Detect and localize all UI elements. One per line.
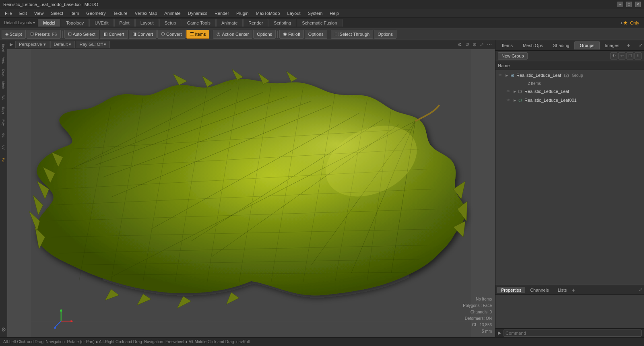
expand-icon[interactable]: ⤢: [479, 41, 485, 48]
default-dropdown[interactable]: Default ▾: [50, 41, 75, 48]
presets-icon: ⊞: [30, 31, 34, 37]
tab-images[interactable]: Images: [600, 42, 624, 49]
groups-box-icon[interactable]: ☐: [626, 52, 634, 60]
options1-button[interactable]: Options: [253, 30, 276, 39]
tab-render[interactable]: Render: [243, 19, 268, 27]
convert2-button[interactable]: ◨ Convert: [129, 30, 157, 39]
group-expand-arrow[interactable]: ▶: [504, 73, 509, 78]
tab-topology[interactable]: Topology: [61, 19, 89, 27]
convert1-button[interactable]: ◧ Convert: [100, 30, 128, 39]
menu-dynamics[interactable]: Dynamics: [185, 10, 211, 16]
add-tab-button[interactable]: +: [620, 21, 623, 25]
tab-groups[interactable]: Groups: [574, 41, 599, 49]
bp-tab-lists[interactable]: Lists: [554, 287, 571, 293]
tab-paint[interactable]: Paint: [114, 19, 135, 27]
tab-model[interactable]: Model: [38, 19, 60, 27]
tool-bevel[interactable]: Bevel: [0, 42, 7, 54]
tool-mesh[interactable]: Mesh: [0, 79, 7, 91]
menu-select[interactable]: Select: [47, 10, 66, 16]
tool-edge[interactable]: Edge: [0, 104, 7, 116]
tool-poly[interactable]: Poly: [0, 117, 7, 129]
action-center-button[interactable]: ◎ Action Center: [213, 30, 252, 39]
viewport-toggle[interactable]: ▶: [10, 42, 13, 47]
row-eye-icon[interactable]: 👁: [497, 72, 503, 78]
settings-icon[interactable]: ⚙: [457, 41, 463, 48]
sculpt-button[interactable]: ◈ Sculpt: [2, 30, 26, 39]
more-icon[interactable]: ⋯: [486, 41, 493, 48]
command-input[interactable]: [504, 330, 642, 337]
only-label[interactable]: Only: [630, 21, 639, 25]
tool-fur[interactable]: Fur: [0, 154, 7, 166]
menu-item[interactable]: Item: [67, 10, 82, 16]
menu-file[interactable]: File: [2, 10, 15, 16]
tab-schematic-fusion[interactable]: Schematic Fusion: [297, 19, 342, 27]
titlebar-controls[interactable]: – □ ✕: [617, 2, 641, 7]
tab-animate[interactable]: Animate: [216, 19, 243, 27]
menu-plugin[interactable]: Plugin: [233, 10, 252, 16]
menu-view[interactable]: View: [31, 10, 47, 16]
viewport[interactable]: ▶ Perspective ▾ Default ▾ Ray GL: Off ▾ …: [7, 40, 495, 337]
add-panel-tab[interactable]: +: [625, 42, 633, 49]
options3-button[interactable]: Options: [374, 30, 396, 39]
group-root-row[interactable]: 👁 ▶ ⊞ Realistic_Lettuce_Leaf (2) Group: [495, 71, 644, 80]
select-through-button[interactable]: ⬚ Select Through: [331, 30, 373, 39]
undo-icon[interactable]: ↺: [464, 41, 470, 48]
zoom-in-icon[interactable]: ⊕: [472, 41, 477, 48]
ray-gl-dropdown[interactable]: Ray GL: Off ▾: [76, 41, 110, 48]
menu-geometry[interactable]: Geometry: [83, 10, 109, 16]
tool-uv[interactable]: UV: [0, 142, 7, 154]
tab-game-tools[interactable]: Game Tools: [182, 19, 216, 27]
viewport-canvas[interactable]: No Items Polygons : Face Channels: 0 Def…: [7, 49, 495, 337]
options1-label: Options: [257, 32, 272, 37]
tab-layout[interactable]: Layout: [135, 19, 159, 27]
bp-add-tab[interactable]: +: [572, 287, 575, 293]
groups-back-icon[interactable]: ↩: [618, 52, 625, 60]
bp-tab-channels[interactable]: Channels: [526, 287, 553, 293]
child1-eye-icon[interactable]: 👁: [505, 89, 511, 94]
menu-animate[interactable]: Animate: [161, 10, 184, 16]
falloff-button[interactable]: ◉ Falloff: [279, 30, 304, 39]
panel-expand-icon[interactable]: ⤢: [639, 43, 642, 48]
tool-wt[interactable]: Wt.: [0, 92, 7, 104]
menu-render[interactable]: Render: [211, 10, 232, 16]
tool-disp[interactable]: Disp.: [0, 67, 7, 79]
close-button[interactable]: ✕: [635, 2, 641, 7]
name-column-header: Name: [498, 63, 510, 68]
tab-uvedit[interactable]: UVEdit: [89, 19, 114, 27]
groups-info-icon[interactable]: ℹ: [634, 52, 642, 60]
tab-shading[interactable]: Shading: [548, 42, 574, 49]
tool-vert[interactable]: Vert.: [0, 54, 7, 66]
tab-setup[interactable]: Setup: [159, 19, 182, 27]
group-child-2-row[interactable]: 👁 ▶ ⬡ Realistic_Lettuce_Leaf001: [495, 96, 644, 105]
layout-dropdown[interactable]: Default Layouts ▾: [2, 19, 37, 26]
command-row: ▶: [495, 328, 644, 337]
menu-edit[interactable]: Edit: [16, 10, 30, 16]
new-group-button[interactable]: New Group: [498, 52, 528, 60]
tab-mesh-ops[interactable]: Mesh Ops: [518, 42, 548, 49]
tab-items[interactable]: Items: [497, 42, 518, 49]
menu-texture[interactable]: Texture: [110, 10, 131, 16]
minimize-button[interactable]: –: [617, 2, 623, 7]
group-child-1-row[interactable]: 👁 ▶ ⬡ Realistic_Lettuce_Leaf: [495, 87, 644, 96]
menu-maxtomodo[interactable]: MaxToModo: [253, 10, 283, 16]
presets-button[interactable]: ⊞ Presets F6: [27, 30, 61, 39]
menu-vertex-map[interactable]: Vertex Map: [132, 10, 161, 16]
menu-system[interactable]: System: [305, 10, 326, 16]
perspective-dropdown[interactable]: Perspective ▾: [15, 41, 50, 48]
auto-select-button[interactable]: ⊡ Auto Select: [64, 30, 99, 39]
child1-arrow[interactable]: ▶: [512, 89, 517, 94]
groups-eye-icon[interactable]: 👁: [610, 52, 617, 60]
convert3-button[interactable]: ⬡ Convert: [157, 30, 186, 39]
bp-tab-properties[interactable]: Properties: [497, 287, 525, 293]
options2-button[interactable]: Options: [305, 30, 327, 39]
tool-gl[interactable]: GL: [0, 129, 7, 141]
menu-help[interactable]: Help: [326, 10, 342, 16]
child2-arrow[interactable]: ▶: [512, 98, 517, 103]
maximize-button[interactable]: □: [626, 2, 632, 7]
child2-eye-icon[interactable]: 👁: [505, 97, 511, 103]
menu-layout[interactable]: Layout: [284, 10, 304, 16]
tool-bottom[interactable]: ⚙: [0, 323, 7, 336]
bp-expand-icon[interactable]: ⤢: [639, 287, 642, 292]
tab-scripting[interactable]: Scripting: [268, 19, 296, 27]
items-button[interactable]: ☰ Items: [186, 30, 210, 39]
